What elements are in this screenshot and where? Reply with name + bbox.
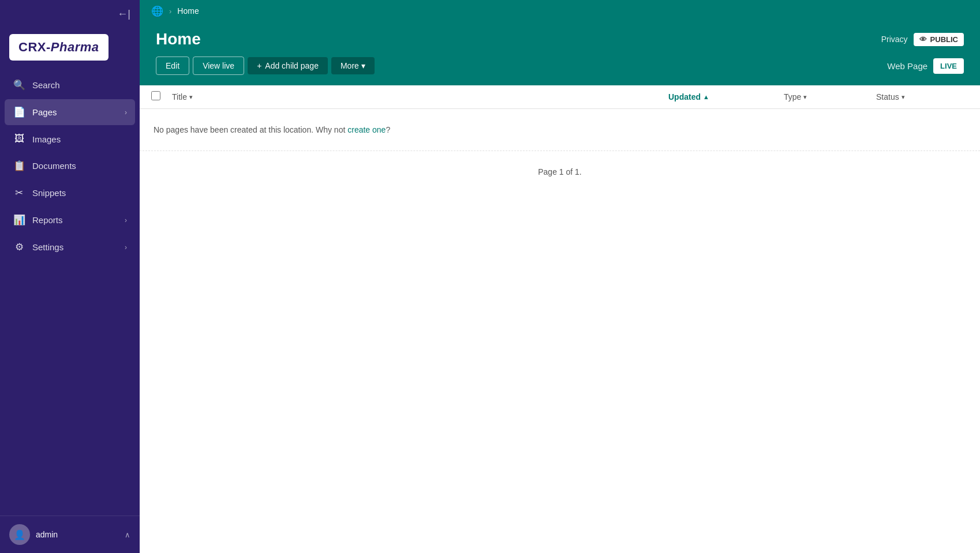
col-title[interactable]: Title ▾ <box>172 92 668 101</box>
logo-box: CRX-Pharma <box>9 34 109 61</box>
logo-text: CRX-Pharma <box>18 40 99 54</box>
sidebar-item-label: Images <box>32 134 61 144</box>
table-header: Title ▾ Updated ▲ Type ▾ Status ▾ <box>140 85 980 109</box>
content-area: Title ▾ Updated ▲ Type ▾ Status ▾ No pag… <box>140 85 980 553</box>
col-type[interactable]: Type ▾ <box>784 92 876 101</box>
page-header: Home Privacy 👁 PUBLIC Edit View live + A… <box>140 22 980 85</box>
breadcrumb-separator: › <box>169 7 171 16</box>
webpage-live-section: Web Page LIVE <box>887 58 964 74</box>
col-updated[interactable]: Updated ▲ <box>668 92 784 101</box>
chevron-up-icon: ∧ <box>125 531 130 539</box>
select-all-checkbox[interactable] <box>151 91 160 100</box>
more-button[interactable]: More ▾ <box>331 57 375 74</box>
topbar: 🌐 › Home <box>140 0 980 22</box>
chevron-right-icon: › <box>125 243 127 251</box>
edit-button[interactable]: Edit <box>156 57 189 75</box>
create-one-link[interactable]: create one <box>347 125 386 134</box>
chevron-down-icon: ▾ <box>361 61 365 70</box>
live-badge: LIVE <box>933 58 964 74</box>
sidebar-item-label: Reports <box>32 215 63 225</box>
page-header-row2: Edit View live + Add child page More ▾ W… <box>156 57 964 75</box>
sort-arrow-title: ▾ <box>189 93 193 101</box>
sidebar-item-reports[interactable]: 📊 Reports › <box>5 207 135 233</box>
select-all-checkbox-col <box>151 91 172 103</box>
logo-wrap: CRX-Pharma <box>0 28 140 72</box>
avatar: 👤 <box>9 524 30 545</box>
sidebar-nav: 🔍 Search 📄 Pages › 🖼 Images 📋 Documents … <box>0 72 140 516</box>
sidebar-item-settings[interactable]: ⚙ Settings › <box>5 234 135 260</box>
chevron-right-icon: › <box>125 108 127 116</box>
sidebar: ←| CRX-Pharma 🔍 Search 📄 Pages › 🖼 Image… <box>0 0 140 553</box>
eye-icon: 👁 <box>919 35 927 44</box>
pages-icon: 📄 <box>13 106 25 118</box>
privacy-section: Privacy 👁 PUBLIC <box>881 33 964 46</box>
view-live-button[interactable]: View live <box>193 57 244 75</box>
sort-arrow-status: ▾ <box>902 93 905 101</box>
sidebar-item-label: Snippets <box>32 188 66 198</box>
sidebar-item-search[interactable]: 🔍 Search <box>5 72 135 98</box>
pagination-info: Page 1 of 1. <box>140 151 980 193</box>
documents-icon: 📋 <box>13 160 25 172</box>
reports-icon: 📊 <box>13 214 25 226</box>
toolbar-buttons: Edit View live + Add child page More ▾ <box>156 57 375 75</box>
privacy-badge[interactable]: 👁 PUBLIC <box>914 33 964 46</box>
chevron-right-icon: › <box>125 216 127 224</box>
sidebar-item-label: Documents <box>32 161 76 171</box>
sort-arrow-updated: ▲ <box>703 93 709 100</box>
admin-username: admin <box>36 530 58 539</box>
sidebar-top: ←| <box>0 0 140 28</box>
page-title: Home <box>156 30 201 48</box>
page-header-row1: Home Privacy 👁 PUBLIC <box>156 30 964 48</box>
sidebar-item-label: Pages <box>32 107 57 117</box>
globe-icon: 🌐 <box>151 5 163 17</box>
privacy-label: Privacy <box>881 35 908 44</box>
collapse-button[interactable]: ←| <box>115 6 133 22</box>
sidebar-item-pages[interactable]: 📄 Pages › <box>5 99 135 125</box>
sort-arrow-type: ▾ <box>803 93 807 101</box>
col-status[interactable]: Status ▾ <box>876 92 968 101</box>
sidebar-item-snippets[interactable]: ✂ Snippets <box>5 180 135 206</box>
plus-icon: + <box>257 61 261 70</box>
webpage-label: Web Page <box>887 61 927 71</box>
sidebar-item-documents[interactable]: 📋 Documents <box>5 153 135 179</box>
add-child-page-button[interactable]: + Add child page <box>248 57 328 74</box>
sidebar-footer[interactable]: 👤 admin ∧ <box>0 516 140 553</box>
images-icon: 🖼 <box>13 133 25 145</box>
snippets-icon: ✂ <box>13 187 25 199</box>
empty-state-message: No pages have been created at this locat… <box>140 109 980 151</box>
sidebar-item-label: Search <box>32 80 60 90</box>
main-content: 🌐 › Home Home Privacy 👁 PUBLIC Edit View… <box>140 0 980 553</box>
settings-icon: ⚙ <box>13 241 25 253</box>
privacy-value: PUBLIC <box>930 35 958 44</box>
sidebar-item-images[interactable]: 🖼 Images <box>5 126 135 152</box>
sidebar-item-label: Settings <box>32 242 63 252</box>
search-icon: 🔍 <box>13 79 25 91</box>
breadcrumb-home: Home <box>177 6 199 16</box>
